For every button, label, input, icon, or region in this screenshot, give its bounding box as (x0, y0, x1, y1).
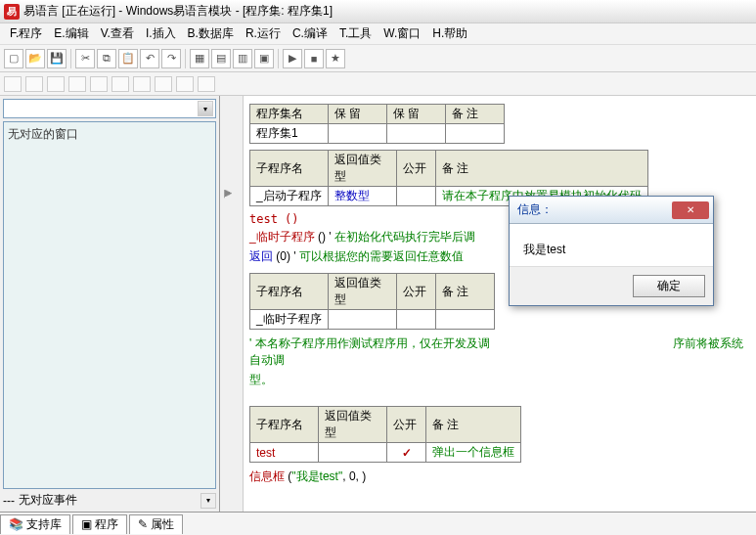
code-line[interactable]: 信息框 ("我是test", 0, ) (249, 468, 748, 485)
dialog-titlebar[interactable]: 信息： ✕ (510, 197, 713, 224)
td[interactable]: 弹出一个信息框 (426, 443, 521, 463)
grid-sub-2: 子程序名返回值类型公开备 注 _临时子程序 (249, 273, 495, 330)
side-panel: ▾ 无对应的窗口 --- 无对应事件 ▾ (0, 96, 220, 512)
toolbar-1: ▢ 📂 💾 ✂ ⧉ 📋 ↶ ↷ ▦ ▤ ▥ ▣ ▶ ■ ★ (0, 45, 756, 72)
td[interactable] (329, 124, 387, 144)
dialog-title: 信息： (517, 201, 553, 218)
dialog-body: 我是test (510, 224, 713, 266)
menu-run[interactable]: R.运行 (240, 25, 287, 42)
check-icon: ✓ (402, 446, 412, 460)
save-icon[interactable]: 💾 (47, 49, 67, 68)
tree-label: 无对应的窗口 (8, 127, 78, 141)
tab-prog[interactable]: ▣程序 (72, 514, 127, 534)
event-row: --- 无对应事件 ▾ (3, 492, 216, 509)
grid1-icon[interactable]: ▦ (190, 49, 209, 68)
tool2-i[interactable] (176, 76, 194, 92)
redo-icon[interactable]: ↷ (161, 49, 181, 68)
code-line[interactable]: ' 本名称子程序用作测试程序用，仅在开发及调 序前将被系统自动调 (249, 335, 748, 369)
th: 子程序名 (250, 274, 329, 310)
th: 备 注 (426, 407, 521, 443)
new-icon[interactable]: ▢ (4, 49, 23, 68)
th: 子程序名 (250, 151, 329, 187)
grid4-icon[interactable]: ▣ (254, 49, 274, 68)
event-label: 无对应事件 (19, 492, 199, 509)
title-bar: 易 易语言 [正在运行] - Windows易语言模块 - [程序集: 程序集1… (0, 0, 756, 23)
td[interactable] (446, 124, 505, 144)
grid-sub-3: 子程序名返回值类型公开备 注 test✓弹出一个信息框 (249, 406, 521, 463)
td-check[interactable]: ✓ (387, 443, 426, 463)
th: 公开 (397, 151, 436, 187)
tree-panel[interactable]: 无对应的窗口 (3, 121, 216, 489)
tab-attr[interactable]: ✎属性 (129, 514, 183, 534)
td[interactable]: 程序集1 (250, 124, 329, 144)
td[interactable]: test (250, 443, 319, 463)
dialog-buttons: 确定 (510, 266, 713, 305)
menu-insert[interactable]: I.插入 (140, 25, 182, 42)
tool2-b[interactable] (25, 76, 43, 92)
menu-compile[interactable]: C.编译 (287, 25, 334, 42)
th: 返回值类型 (329, 151, 397, 187)
prop-icon: ✎ (138, 517, 148, 531)
tool2-e[interactable] (90, 76, 108, 92)
menu-file[interactable]: F.程序 (4, 25, 48, 42)
code-line[interactable]: 型。 (249, 372, 748, 388)
td[interactable] (329, 310, 397, 330)
td[interactable] (436, 310, 495, 330)
grid3-icon[interactable]: ▥ (233, 49, 252, 68)
th: 公开 (387, 407, 426, 443)
separator (70, 49, 71, 68)
menu-view[interactable]: V.查看 (95, 25, 140, 42)
th: 备 注 (436, 151, 648, 187)
module-icon: ▣ (81, 517, 92, 531)
th: 返回值类型 (319, 407, 387, 443)
event-dash: --- (3, 494, 17, 508)
th: 返回值类型 (329, 274, 397, 310)
window-combo[interactable]: ▾ (3, 99, 216, 118)
tool2-j[interactable] (198, 76, 215, 92)
message-dialog: 信息： ✕ 我是test 确定 (509, 196, 714, 306)
td[interactable]: _启动子程序 (250, 187, 329, 206)
grid2-icon[interactable]: ▤ (211, 49, 231, 68)
grid-program-set: 程序集名保 留保 留备 注 程序集1 (249, 104, 505, 144)
menu-edit[interactable]: E.编辑 (48, 25, 94, 42)
ok-button[interactable]: 确定 (633, 275, 705, 297)
th: 公开 (397, 274, 436, 310)
td[interactable] (397, 310, 436, 330)
separator (278, 49, 279, 68)
book-icon: 📚 (9, 517, 23, 531)
td[interactable] (397, 187, 436, 206)
open-icon[interactable]: 📂 (25, 49, 45, 68)
cut-icon[interactable]: ✂ (75, 49, 95, 68)
toolbar-2 (0, 72, 756, 96)
paste-icon[interactable]: 📋 (118, 49, 138, 68)
td[interactable] (387, 124, 446, 144)
td[interactable]: 整数型 (329, 187, 397, 206)
menu-bar: F.程序 E.编辑 V.查看 I.插入 B.数据库 R.运行 C.编译 T.工具… (0, 23, 756, 45)
tool2-h[interactable] (155, 76, 172, 92)
tool2-f[interactable] (111, 76, 129, 92)
bottom-tabs: 📚支持库 ▣程序 ✎属性 (0, 512, 756, 535)
menu-window[interactable]: W.窗口 (378, 25, 426, 42)
chevron-down-icon[interactable]: ▾ (200, 493, 216, 509)
menu-db[interactable]: B.数据库 (182, 25, 240, 42)
separator (185, 49, 186, 68)
tool2-c[interactable] (47, 76, 65, 92)
td[interactable]: _临时子程序 (250, 310, 329, 330)
bug-icon[interactable]: ★ (326, 49, 345, 68)
tool2-a[interactable] (4, 76, 22, 92)
th: 子程序名 (250, 407, 319, 443)
th: 保 留 (329, 105, 387, 124)
menu-tool[interactable]: T.工具 (334, 25, 378, 42)
th: 程序集名 (250, 105, 329, 124)
chevron-down-icon: ▾ (198, 101, 213, 116)
tab-lib[interactable]: 📚支持库 (0, 514, 70, 534)
menu-help[interactable]: H.帮助 (426, 25, 473, 42)
stop-icon[interactable]: ■ (304, 49, 324, 68)
tool2-d[interactable] (68, 76, 86, 92)
run-icon[interactable]: ▶ (283, 49, 302, 68)
tool2-g[interactable] (133, 76, 151, 92)
copy-icon[interactable]: ⧉ (97, 49, 116, 68)
undo-icon[interactable]: ↶ (140, 49, 159, 68)
td[interactable] (319, 443, 387, 463)
close-icon[interactable]: ✕ (672, 201, 709, 219)
